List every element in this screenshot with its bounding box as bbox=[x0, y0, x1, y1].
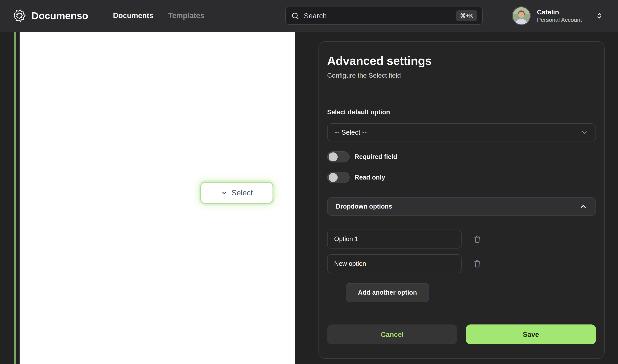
search-icon bbox=[291, 12, 299, 20]
option-row bbox=[327, 230, 596, 248]
divider bbox=[327, 90, 596, 90]
chevron-up-icon bbox=[579, 202, 587, 211]
delete-option-2-button[interactable] bbox=[471, 258, 483, 270]
delete-option-1-button[interactable] bbox=[471, 233, 483, 245]
toggle-knob bbox=[329, 173, 338, 182]
option-input-1[interactable] bbox=[327, 230, 462, 248]
panel-title: Advanced settings bbox=[327, 54, 596, 67]
chevron-down-icon bbox=[581, 129, 588, 136]
account-info: Catalin Personal Account bbox=[537, 8, 582, 24]
dropdown-options-header[interactable]: Dropdown options bbox=[327, 197, 596, 216]
nav-item-templates[interactable]: Templates bbox=[168, 11, 204, 20]
select-field-label: Select bbox=[232, 189, 253, 197]
search-shortcut-badge: ⌘+K bbox=[456, 10, 477, 21]
panel-footer: Cancel Save bbox=[327, 325, 596, 344]
document-progress-rail bbox=[14, 32, 16, 364]
top-navbar: Documenso Documents Templates ⌘+K bbox=[0, 0, 618, 31]
document-select-field[interactable]: Select bbox=[200, 182, 273, 204]
required-field-label: Required field bbox=[355, 153, 397, 161]
add-another-option-button[interactable]: Add another option bbox=[346, 283, 429, 302]
required-field-toggle[interactable] bbox=[327, 151, 350, 162]
read-only-row: Read only bbox=[327, 172, 596, 183]
account-type: Personal Account bbox=[537, 16, 582, 24]
option-row bbox=[327, 254, 596, 273]
default-option-label: Select default option bbox=[327, 108, 596, 116]
read-only-label: Read only bbox=[355, 174, 385, 181]
account-name: Catalin bbox=[537, 8, 582, 16]
logo[interactable]: Documenso bbox=[13, 9, 88, 22]
search-input[interactable] bbox=[304, 12, 456, 20]
main-nav: Documents Templates bbox=[113, 11, 204, 20]
account-menu[interactable]: Catalin Personal Account bbox=[512, 0, 603, 31]
advanced-settings-panel: Advanced settings Configure the Select f… bbox=[318, 41, 604, 359]
panel-subtitle: Configure the Select field bbox=[327, 72, 596, 79]
nav-item-documents[interactable]: Documents bbox=[113, 11, 153, 20]
default-option-value: -- Select -- bbox=[335, 129, 581, 136]
option-input-2[interactable] bbox=[327, 254, 462, 273]
search-bar[interactable]: ⌘+K bbox=[285, 7, 483, 25]
avatar bbox=[512, 6, 531, 25]
save-button[interactable]: Save bbox=[466, 325, 596, 344]
dropdown-options-label: Dropdown options bbox=[336, 203, 579, 210]
chevron-up-down-icon bbox=[595, 12, 603, 20]
toggle-knob bbox=[329, 152, 338, 161]
read-only-toggle[interactable] bbox=[327, 172, 350, 183]
chevron-down-icon bbox=[221, 189, 228, 196]
documenso-seal-icon bbox=[13, 9, 26, 22]
cancel-button[interactable]: Cancel bbox=[327, 325, 457, 344]
app-screen: Documenso Documents Templates ⌘+K bbox=[0, 0, 618, 364]
default-option-select[interactable]: -- Select -- bbox=[327, 123, 596, 142]
required-field-row: Required field bbox=[327, 151, 596, 162]
logo-text: Documenso bbox=[31, 10, 88, 21]
